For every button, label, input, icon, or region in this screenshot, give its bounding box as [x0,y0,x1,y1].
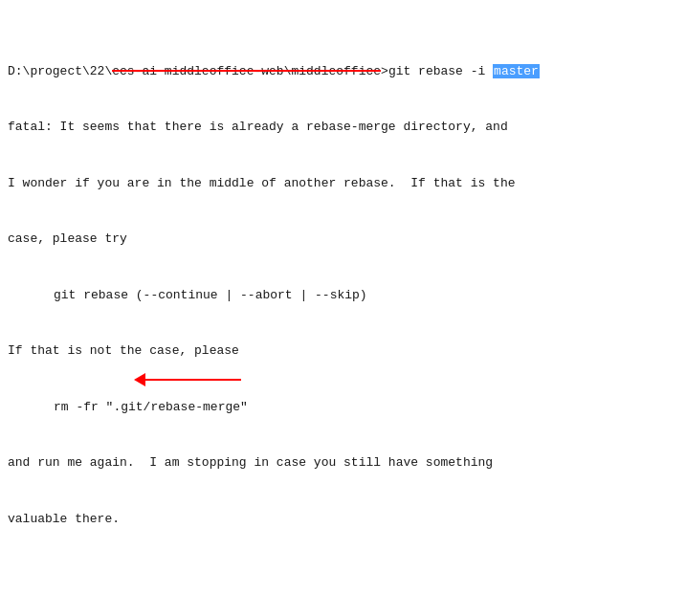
terminal-output-2: D:\progect\22\ecs-ai-middleoffice-web\mi… [0,570,686,617]
gap-1 [0,553,686,570]
strike-1: ecs-ai middleoffice-web\middleoffice [112,62,381,81]
line-2: fatal: It seems that there is already a … [8,118,678,137]
line-9: valuable there. [8,510,678,529]
line-1: D:\progect\22\ecs-ai middleoffice-web\mi… [8,62,678,81]
arrow-shaft [145,379,241,382]
line-1-prefix: D:\progect\22\ecs-ai middleoffice-web\mi… [8,64,493,78]
arrow-head-left [134,373,145,386]
line-8: and run me again. I am stopping in case … [8,453,678,473]
line-3: I wonder if you are in the middle of ano… [8,174,678,193]
line-6: If that is not the case, please [8,341,678,361]
line-4: case, please try [8,230,678,249]
master-highlight: master [493,64,540,78]
line-5: git rebase (--continue | --abort | --ski… [8,286,678,305]
arrow-annotation [134,373,241,386]
terminal-output: D:\progect\22\ecs-ai middleoffice-web\mi… [0,0,686,553]
line-7: rm -fr ".git/rebase-merge" [8,398,678,417]
